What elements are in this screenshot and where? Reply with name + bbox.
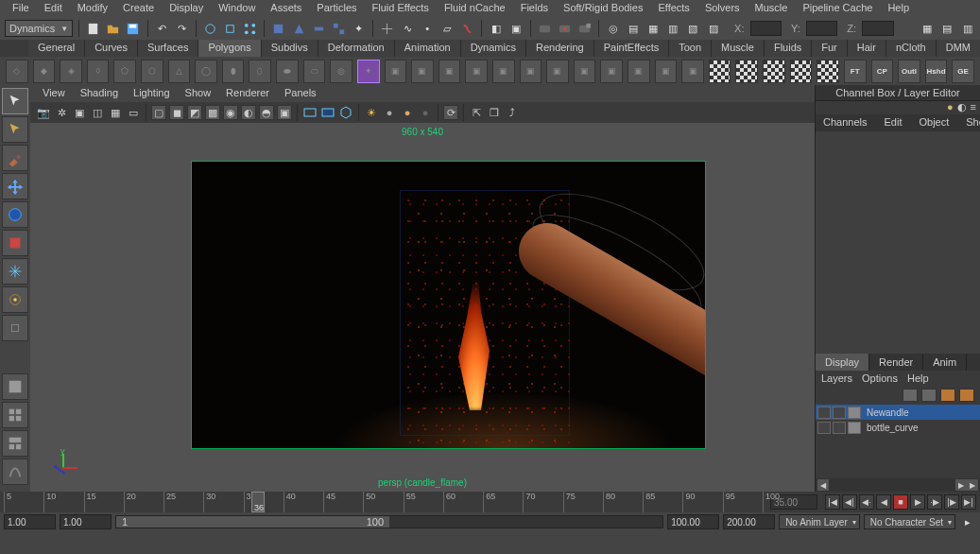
shelf-label-cp[interactable]: CP [871, 60, 894, 83]
vp-menu-shading[interactable]: Shading [73, 85, 126, 102]
coord-x-input[interactable] [750, 21, 782, 36]
scroll-left-icon[interactable]: ◀ [817, 479, 829, 491]
character-set-dropdown[interactable]: No Character Set [864, 514, 955, 529]
shelf-tab-general[interactable]: General [28, 40, 85, 57]
undo-icon[interactable]: ↶ [154, 20, 170, 37]
mask2-icon[interactable] [291, 20, 307, 37]
layer-tab-render[interactable]: Render [869, 354, 923, 371]
menu-display[interactable]: Display [162, 0, 211, 17]
shelf-tool-icon-3[interactable]: ▣ [465, 60, 488, 83]
shelf-poly-icon-3[interactable]: ◊ [87, 60, 110, 83]
menu-softrigidbodies[interactable]: Soft/Rigid Bodies [556, 0, 650, 17]
outliner-icon[interactable]: ▤ [625, 20, 641, 37]
shelf-tool-icon-10[interactable]: ▣ [655, 60, 678, 83]
sidebar-toggle-1-icon[interactable]: ▦ [920, 20, 936, 37]
soft-mod-tool[interactable] [2, 286, 28, 313]
shelf-tool-icon-0[interactable]: ▣ [385, 60, 407, 83]
shelf-tab-deformation[interactable]: Deformation [318, 40, 395, 57]
menu-modify[interactable]: Modify [70, 0, 115, 17]
vp-share2-icon[interactable]: ⤴ [505, 105, 520, 120]
vp-share-icon[interactable]: ⇱ [469, 105, 484, 120]
layer-vis-box[interactable] [817, 407, 831, 419]
shelf-poly-icon-9[interactable]: ⬯ [249, 60, 271, 83]
vp-cube2-icon[interactable]: ❒ [487, 105, 502, 120]
show-manip-tool[interactable] [2, 315, 28, 341]
menu-solvers[interactable]: Solvers [697, 0, 748, 17]
layout-preset-icon[interactable] [2, 430, 28, 457]
layer-tab-display[interactable]: Display [816, 354, 869, 371]
anim-end-field[interactable]: 200.00 [723, 514, 775, 529]
vp-renderer-icon[interactable]: ⟳ [443, 105, 458, 120]
history2-icon[interactable]: ▣ [507, 20, 524, 37]
layer-vis-box[interactable] [817, 422, 831, 434]
shelf-tool-icon-8[interactable]: ▣ [600, 60, 623, 83]
coord-y-input[interactable] [806, 21, 838, 36]
save-scene-icon[interactable] [125, 20, 141, 37]
time-ruler[interactable]: 5101520253035404550556065707580859095100… [4, 492, 763, 512]
scale-tool[interactable] [2, 230, 28, 256]
shelf-tab-rendering[interactable]: Rendering [526, 40, 594, 57]
shelf-poly-icon-4[interactable]: ⬠ [113, 60, 136, 83]
layer-menu-help[interactable]: Help [907, 372, 929, 384]
shelf-poly-icon-7[interactable]: ◯ [195, 60, 217, 83]
vp-sun-icon[interactable]: ☀ [364, 105, 379, 120]
vp-light1-icon[interactable]: ● [382, 105, 397, 120]
menu-muscle[interactable]: Muscle [748, 0, 796, 17]
menu-fluideffects[interactable]: Fluid Effects [365, 0, 437, 17]
menu-window[interactable]: Window [211, 0, 263, 17]
shelf-tab-dmm[interactable]: DMM [937, 40, 980, 57]
paint-select-tool[interactable] [2, 145, 28, 171]
shelf-tool-icon-7[interactable]: ▣ [574, 60, 596, 83]
layout-icon[interactable]: ▥ [665, 20, 681, 37]
vp-menu-view[interactable]: View [35, 85, 73, 102]
vp-menu-lighting[interactable]: Lighting [126, 85, 178, 102]
shelf-tab-surfaces[interactable]: Surfaces [138, 40, 198, 57]
shelf-checker-icon-4[interactable] [817, 60, 839, 83]
vp-shaded-icon[interactable]: ◼ [169, 105, 184, 120]
shelf-poly-icon-8[interactable]: ⬮ [222, 60, 245, 83]
shelf-tab-muscle[interactable]: Muscle [712, 40, 765, 57]
play-fwd-button[interactable]: ▶ [910, 494, 925, 510]
vp-grid-icon[interactable]: ▦ [108, 105, 123, 120]
shelf-checker-icon-1[interactable] [735, 60, 758, 83]
mask4-icon[interactable] [331, 20, 347, 37]
shelf-poly-icon-13[interactable]: ✦ [357, 60, 380, 83]
layer-remove-icon[interactable] [959, 389, 974, 402]
vp-light2-icon[interactable]: ● [400, 105, 415, 120]
shelf-tool-icon-2[interactable]: ▣ [438, 60, 461, 83]
shelf-tool-icon-5[interactable]: ▣ [520, 60, 542, 83]
lasso-tool[interactable] [2, 116, 28, 143]
range-slider[interactable]: 1 100 [115, 515, 663, 528]
snap-live-icon[interactable] [459, 20, 475, 37]
shelf-checker-icon-3[interactable] [790, 60, 813, 83]
single-view-icon[interactable] [2, 373, 28, 400]
hypershade-icon[interactable]: ◎ [605, 20, 621, 37]
vp-ao-icon[interactable]: ◓ [259, 105, 274, 120]
channel-icon-sphere[interactable]: ● [947, 101, 954, 114]
maya-logo-icon[interactable] [2, 459, 28, 485]
vp-image-plane-icon[interactable]: ▣ [72, 105, 87, 120]
menu-particles[interactable]: Particles [309, 0, 364, 17]
shelf-poly-icon-2[interactable]: ◈ [60, 60, 82, 83]
snap-plane-icon[interactable]: ▱ [439, 20, 456, 37]
four-view-icon[interactable] [2, 402, 28, 428]
mask-icon[interactable] [270, 20, 286, 37]
step-fwd-key-button[interactable]: |▶ [944, 494, 959, 510]
go-start-button[interactable]: |◀ [825, 494, 840, 510]
snap-curve-icon[interactable]: ∿ [399, 20, 415, 37]
shelf-label-hshd[interactable]: Hshd [925, 60, 948, 83]
playhead[interactable]: 36 [251, 492, 265, 512]
mask5-icon[interactable]: ✦ [351, 20, 367, 37]
shelf-tab-hair[interactable]: Hair [848, 40, 886, 57]
coord-z-input[interactable] [862, 21, 894, 36]
anim-layer-dropdown[interactable]: No Anim Layer [779, 514, 860, 529]
shelf-label-ge[interactable]: GE [952, 60, 974, 83]
shelf-poly-icon-0[interactable]: ◇ [6, 60, 28, 83]
anim-start-field[interactable]: 1.00 [4, 514, 56, 529]
time-slider[interactable]: 5101520253035404550556065707580859095100… [0, 492, 980, 512]
channel-menu-show[interactable]: Show [962, 114, 980, 131]
shelf-tab-fur[interactable]: Fur [812, 40, 848, 57]
vp-xray-icon[interactable] [302, 105, 318, 120]
mask3-icon[interactable] [311, 20, 327, 37]
scroll-right-icon[interactable]: ▶ [955, 479, 967, 491]
